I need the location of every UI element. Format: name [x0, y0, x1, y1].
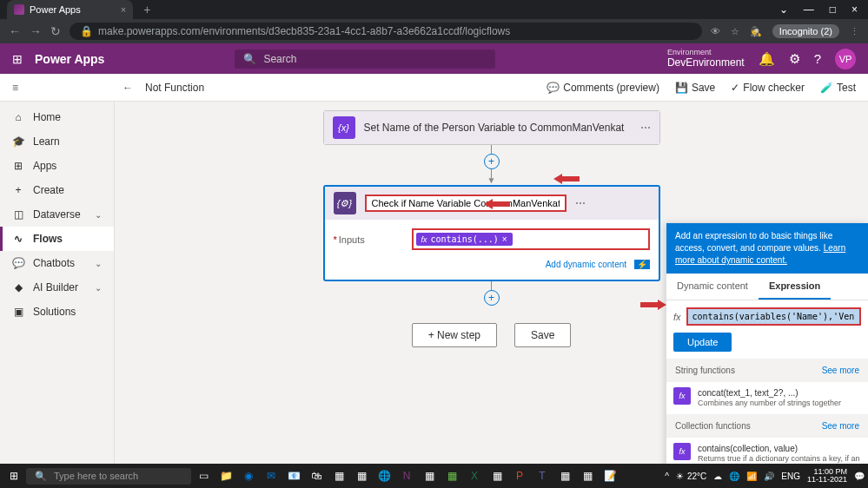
mail-icon[interactable]: 📧 — [283, 465, 304, 486]
app-icon[interactable]: ▦ — [328, 465, 349, 486]
action-menu-icon[interactable]: ⋯ — [575, 197, 586, 209]
tab-dynamic-content[interactable]: Dynamic content — [666, 274, 759, 300]
url-input[interactable]: 🔒 make.powerapps.com/environments/d3ecb8… — [70, 23, 702, 40]
start-button[interactable]: ⊞ — [3, 465, 24, 486]
tab-expression[interactable]: Expression — [759, 274, 831, 300]
onedrive-icon[interactable]: ☁ — [713, 472, 722, 481]
app-icon[interactable]: ▦ — [351, 465, 372, 486]
chevron-down-icon[interactable]: ⌄ — [779, 3, 788, 16]
action-menu-icon[interactable]: ⋯ — [640, 122, 651, 134]
reload-icon[interactable]: ↻ — [50, 24, 61, 38]
test-button[interactable]: 🧪Test — [820, 82, 856, 94]
sidebar-item-home[interactable]: ⌂Home — [0, 105, 114, 129]
excel-icon[interactable]: X — [464, 465, 485, 486]
star-icon[interactable]: ☆ — [731, 26, 739, 37]
chevron-down-icon: ⌄ — [95, 210, 102, 220]
notification-icon[interactable]: 💬 — [854, 472, 865, 481]
action-set-variable[interactable]: {x} Set Name of the Person Variable to C… — [323, 110, 660, 145]
comments-button[interactable]: 💬Comments (preview) — [547, 82, 659, 94]
sidebar-item-solutions[interactable]: ▣Solutions — [0, 300, 114, 324]
close-window-icon[interactable]: × — [851, 3, 858, 16]
app-icon[interactable]: ▦ — [577, 465, 598, 486]
gear-icon[interactable]: ⚙ — [789, 51, 800, 67]
waffle-icon[interactable]: ⊞ — [12, 52, 23, 66]
sound-icon[interactable]: 🔊 — [764, 472, 774, 481]
checker-icon: ✓ — [731, 82, 739, 94]
back-arrow-icon[interactable]: ← — [123, 82, 133, 94]
expression-panel: Add an expression to do basic things lik… — [666, 223, 868, 488]
fx-icon: fx — [673, 387, 691, 405]
app-icon[interactable]: ▦ — [419, 465, 440, 486]
powerapps-favicon — [14, 4, 24, 15]
windows-search[interactable]: 🔍 Type here to search — [26, 468, 191, 485]
hamburger-icon[interactable]: ≡ — [12, 82, 18, 94]
maximize-icon[interactable]: □ — [830, 3, 836, 16]
expression-input[interactable] — [686, 307, 861, 326]
flow-canvas[interactable]: {x} Set Name of the Person Variable to C… — [115, 102, 868, 488]
onenote-icon[interactable]: N — [396, 465, 417, 486]
clock[interactable]: 11:00 PM 11-11-2021 — [807, 468, 847, 484]
expression-token[interactable]: fx contains(...) × — [416, 233, 513, 246]
menu-icon[interactable]: ⋮ — [850, 26, 859, 37]
notepad-icon[interactable]: 📝 — [600, 465, 620, 486]
back-icon[interactable]: ← — [9, 24, 21, 38]
dynamic-plus-icon[interactable]: ⚡ — [634, 260, 650, 269]
weather-widget[interactable]: ☀ 22°C — [676, 472, 706, 481]
network-icon[interactable]: 🌐 — [729, 472, 739, 481]
outlook-icon[interactable]: ✉ — [261, 465, 282, 486]
eye-icon[interactable]: 👁 — [711, 26, 720, 36]
add-step-button[interactable]: + — [484, 154, 500, 169]
language-indicator[interactable]: ENG — [781, 472, 800, 481]
sidebar-item-chatbots[interactable]: 💬Chatbots⌄ — [0, 251, 114, 275]
new-tab-button[interactable]: + — [143, 3, 150, 16]
close-tab-icon[interactable]: × — [121, 4, 126, 15]
avatar[interactable]: VP — [835, 49, 856, 69]
help-icon[interactable]: ? — [814, 51, 821, 66]
wifi-icon[interactable]: 📶 — [746, 472, 757, 481]
task-view-icon[interactable]: ▭ — [193, 465, 214, 486]
add-step-button[interactable]: + — [484, 290, 500, 306]
action-title-input[interactable] — [365, 195, 567, 212]
sidebar: ⌂Home 🎓Learn ⊞Apps +Create ◫Dataverse⌄ ∿… — [0, 102, 115, 488]
browser-tab[interactable]: Power Apps × — [7, 0, 133, 19]
sidebar-item-aibuilder[interactable]: ◆AI Builder⌄ — [0, 275, 114, 300]
minimize-icon[interactable]: — — [804, 3, 814, 16]
flow-name: Not Function — [145, 82, 204, 94]
chevron-down-icon: ⌄ — [95, 259, 102, 268]
sidebar-item-apps[interactable]: ⊞Apps — [0, 154, 114, 178]
app-icon[interactable]: ▦ — [554, 465, 575, 486]
environment-picker[interactable]: Environment DevEnvironment — [667, 49, 745, 69]
store-icon[interactable]: 🛍 — [306, 465, 327, 486]
inputs-field[interactable]: fx contains(...) × — [412, 228, 650, 250]
see-more-link[interactable]: See more — [822, 421, 859, 431]
add-dynamic-content-link[interactable]: Add dynamic content — [546, 260, 626, 269]
chrome-icon[interactable]: 🌐 — [374, 465, 394, 486]
update-button[interactable]: Update — [673, 333, 732, 352]
edge-icon[interactable]: ◉ — [238, 465, 259, 486]
save-button[interactable]: 💾Save — [675, 82, 715, 94]
func-concat[interactable]: fx concat(text_1, text_2?, ...)Combines … — [666, 382, 868, 414]
bell-icon[interactable]: 🔔 — [759, 51, 775, 67]
powerpoint-icon[interactable]: P — [509, 465, 530, 486]
see-more-link[interactable]: See more — [822, 366, 859, 375]
app-icon[interactable]: ▦ — [441, 465, 462, 486]
tab-title: Power Apps — [30, 4, 81, 15]
sidebar-item-create[interactable]: +Create — [0, 178, 114, 202]
sidebar-item-flows[interactable]: ∿Flows — [0, 227, 114, 251]
forward-icon[interactable]: → — [30, 24, 42, 38]
svg-marker-0 — [553, 174, 580, 184]
tray-expand-icon[interactable]: ^ — [665, 472, 669, 481]
app-icon[interactable]: ▦ — [487, 465, 507, 486]
flow-checker-button[interactable]: ✓Flow checker — [731, 82, 805, 94]
search-input[interactable]: 🔍 Search — [235, 49, 495, 69]
save-flow-button[interactable]: Save — [514, 323, 571, 347]
explorer-icon[interactable]: 📁 — [215, 465, 236, 486]
annotation-arrow — [484, 199, 510, 209]
remove-token-icon[interactable]: × — [502, 234, 507, 244]
sidebar-item-learn[interactable]: 🎓Learn — [0, 129, 114, 154]
lock-icon: 🔒 — [80, 25, 93, 37]
new-step-button[interactable]: + New step — [412, 323, 497, 347]
env-label: Environment — [667, 49, 745, 57]
sidebar-item-dataverse[interactable]: ◫Dataverse⌄ — [0, 202, 114, 227]
teams-icon[interactable]: T — [532, 465, 553, 486]
